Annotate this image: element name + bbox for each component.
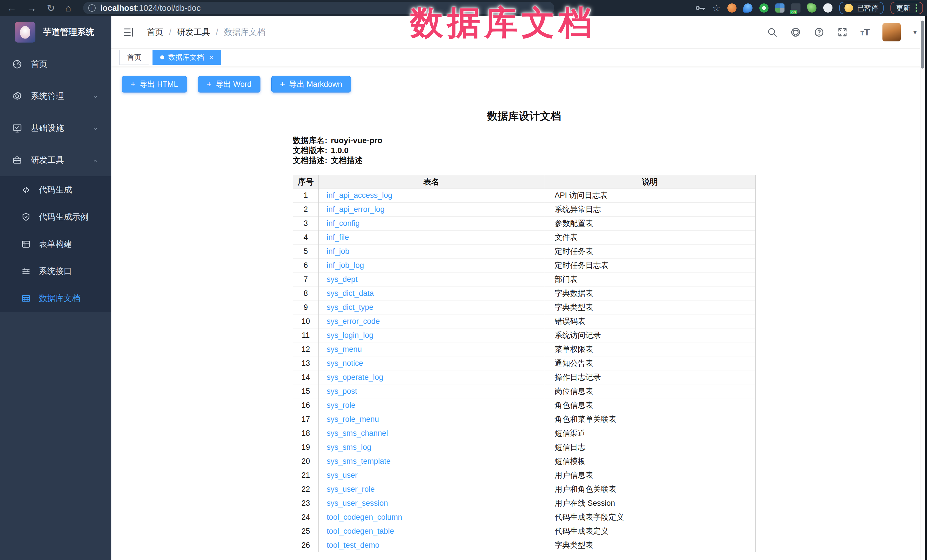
- tab-label: 数据库文档: [168, 53, 204, 62]
- extension-icon[interactable]: [759, 3, 769, 12]
- table-link[interactable]: sys_notice: [327, 359, 363, 367]
- table-link[interactable]: sys_login_log: [327, 331, 374, 340]
- breadcrumb-item[interactable]: 研发工具: [177, 27, 210, 38]
- table-link[interactable]: sys_sms_channel: [327, 429, 388, 437]
- table-link[interactable]: sys_role: [327, 401, 356, 410]
- extension-icon[interactable]: [807, 3, 816, 12]
- table-link[interactable]: sys_user_role: [327, 485, 375, 493]
- table-link[interactable]: tool_test_demo: [327, 541, 380, 549]
- font-size-icon[interactable]: TT: [860, 27, 870, 38]
- sidebar-item-dev-tools[interactable]: 研发工具: [0, 144, 111, 176]
- tab-db-doc[interactable]: 数据库文档×: [152, 50, 221, 65]
- table-desc-cell: 系统异常日志: [544, 202, 756, 217]
- sidebar-collapse-icon[interactable]: [123, 27, 134, 38]
- extension-icon[interactable]: [727, 3, 737, 12]
- table-row: 13sys_notice通知公告表: [293, 357, 756, 370]
- table-link[interactable]: inf_config: [327, 219, 360, 228]
- table-link[interactable]: inf_api_access_log: [327, 191, 392, 200]
- table-name-cell: sys_menu: [319, 342, 544, 357]
- table-name-cell: tool_test_demo: [319, 538, 544, 552]
- table-link[interactable]: inf_file: [327, 233, 349, 241]
- browser-update-button[interactable]: 更新: [891, 2, 923, 14]
- table-link[interactable]: sys_sms_log: [327, 443, 371, 451]
- table-link[interactable]: sys_role_menu: [327, 415, 379, 423]
- browser-forward-icon[interactable]: →: [27, 0, 36, 16]
- sidebar-item-codegen-example[interactable]: 代码生成示例: [0, 203, 111, 231]
- app-title: 芋道管理系统: [43, 26, 94, 38]
- tab-home[interactable]: 首页: [119, 50, 149, 65]
- close-icon[interactable]: ×: [209, 54, 213, 61]
- export-html-button[interactable]: +导出 HTML: [122, 76, 187, 93]
- site-info-icon[interactable]: i: [88, 4, 96, 12]
- table-link[interactable]: sys_error_code: [327, 317, 380, 326]
- table-link[interactable]: sys_dict_type: [327, 303, 374, 311]
- sidebar-item-home[interactable]: 首页: [0, 48, 111, 80]
- scrollbar-thumb[interactable]: [921, 21, 924, 68]
- github-icon[interactable]: [790, 27, 801, 38]
- table-link[interactable]: sys_operate_log: [327, 373, 383, 381]
- table-link[interactable]: sys_user_session: [327, 499, 388, 507]
- paused-extension-chip[interactable]: 已暂停: [839, 2, 884, 14]
- window-edge: [925, 16, 927, 560]
- table-link[interactable]: sys_post: [327, 387, 357, 396]
- table-desc-cell: 系统访问记录: [544, 328, 756, 342]
- url-text: localhost:1024/tool/db-doc: [100, 3, 201, 13]
- avatar-caret-icon[interactable]: ▾: [913, 28, 917, 36]
- browser-back-icon[interactable]: ←: [7, 0, 17, 16]
- doc-meta-line: 文档版本:1.0.0: [293, 145, 755, 155]
- export-markdown-button[interactable]: +导出 Markdown: [271, 76, 351, 93]
- font-size-big-t: T: [864, 27, 870, 37]
- font-size-small-t: T: [860, 30, 864, 36]
- table-link[interactable]: sys_dict_data: [327, 289, 374, 297]
- extension-icon[interactable]: [743, 3, 752, 12]
- browser-home-icon[interactable]: ⌂: [65, 0, 71, 16]
- user-avatar[interactable]: [883, 23, 901, 41]
- breadcrumb-item[interactable]: 首页: [147, 27, 163, 38]
- sidebar-item-system-management[interactable]: 系统管理: [0, 80, 111, 112]
- table-link[interactable]: tool_codegen_column: [327, 513, 402, 521]
- extension-icon[interactable]: on: [791, 3, 801, 12]
- table-desc-cell: 部门表: [544, 272, 756, 287]
- fullscreen-icon[interactable]: [837, 27, 848, 38]
- sidebar-item-label: 表单构建: [39, 238, 72, 250]
- extension-icon[interactable]: [823, 3, 833, 12]
- sidebar: 芋道管理系统 首页系统管理基础设施研发工具代码生成代码生成示例表单构建系统接口数…: [0, 16, 111, 560]
- browser-refresh-icon[interactable]: ↻: [47, 0, 55, 16]
- table-link[interactable]: inf_api_error_log: [327, 205, 384, 214]
- page-content: +导出 HTML+导出 Word+导出 Markdown 数据库设计文档 数据库…: [111, 66, 927, 560]
- sidebar-logo-row[interactable]: 芋道管理系统: [0, 16, 111, 48]
- table-link[interactable]: sys_menu: [327, 345, 362, 354]
- sidebar-item-db-doc[interactable]: 数据库文档: [0, 285, 111, 312]
- help-icon[interactable]: [814, 27, 824, 38]
- table-link[interactable]: sys_user: [327, 471, 357, 480]
- password-key-icon[interactable]: [696, 5, 705, 11]
- paused-label: 已暂停: [857, 3, 878, 13]
- table-link[interactable]: tool_codegen_table: [327, 527, 394, 536]
- column-header: 表名: [319, 175, 544, 188]
- search-icon[interactable]: [767, 27, 778, 38]
- table-row: 16sys_role角色信息表: [293, 398, 756, 412]
- table-name-cell: inf_job_log: [319, 258, 544, 272]
- button-label: 导出 Word: [216, 79, 252, 90]
- shield-check-icon: [21, 212, 31, 222]
- sidebar-item-code-generation[interactable]: 代码生成: [0, 176, 111, 203]
- table-link[interactable]: sys_sms_template: [327, 457, 391, 466]
- bookmark-star-icon[interactable]: ☆: [712, 3, 720, 14]
- table-link[interactable]: inf_job_log: [327, 261, 364, 270]
- sidebar-item-system-api[interactable]: 系统接口: [0, 258, 111, 285]
- extension-icon[interactable]: [775, 3, 784, 12]
- export-toolbar: +导出 HTML+导出 Word+导出 Markdown: [122, 76, 351, 93]
- browser-menu-icon[interactable]: [916, 4, 917, 12]
- sidebar-item-label: 代码生成: [39, 184, 72, 196]
- table-name-cell: sys_dict_data: [319, 287, 544, 300]
- address-bar[interactable]: i localhost:1024/tool/db-doc: [83, 2, 554, 14]
- table-link[interactable]: inf_job: [327, 247, 350, 256]
- table-name-cell: sys_role: [319, 398, 544, 412]
- sidebar-item-form-builder[interactable]: 表单构建: [0, 231, 111, 258]
- table-link[interactable]: sys_dept: [327, 275, 357, 284]
- row-index: 9: [293, 300, 319, 314]
- scrollbar-track[interactable]: [920, 16, 925, 560]
- sidebar-item-infrastructure[interactable]: 基础设施: [0, 112, 111, 144]
- export-word-button[interactable]: +导出 Word: [198, 76, 260, 93]
- sidebar-item-label: 系统管理: [31, 91, 64, 102]
